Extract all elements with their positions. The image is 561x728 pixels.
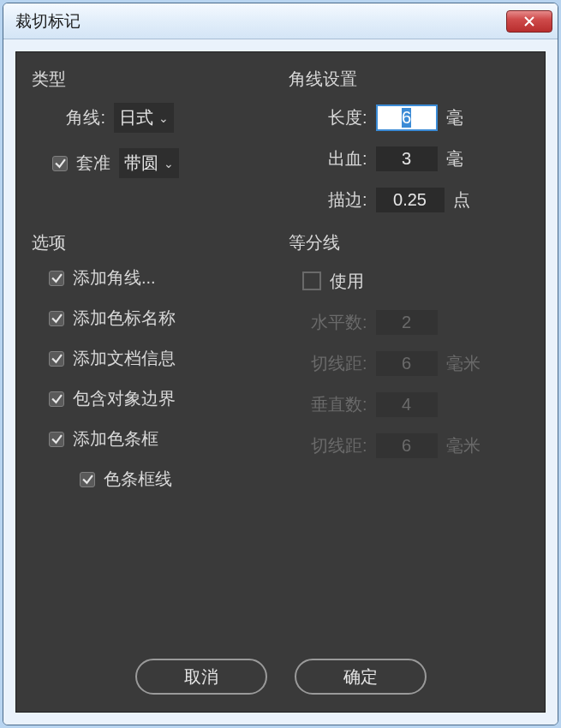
chevron-down-icon: ⌄ — [164, 157, 174, 170]
opt-add-docinfo-checkbox[interactable] — [49, 351, 64, 367]
h-gap-label: 切线距: — [289, 352, 367, 375]
cancel-button[interactable]: 取消 — [135, 659, 267, 695]
length-label: 长度: — [289, 106, 367, 129]
opt-include-bounds-checkbox[interactable] — [49, 391, 64, 407]
h-count-label: 水平数: — [289, 311, 367, 334]
options-title: 选项 — [32, 231, 273, 254]
register-checkbox[interactable] — [52, 156, 68, 171]
opt-add-swatch-name: 添加色标名称 — [32, 307, 273, 330]
h-gap-input — [376, 351, 438, 376]
divide-group: 等分线 使用 水平数: 切线距: 毫米 — [289, 231, 530, 508]
stroke-unit: 点 — [453, 188, 470, 212]
type-group: 类型 角线: 日式 ⌄ — [32, 68, 273, 231]
chevron-down-icon: ⌄ — [158, 111, 169, 125]
dialog-title: 裁切标记 — [15, 10, 506, 33]
opt-colorbar-line: 色条框线 — [32, 468, 273, 491]
check-icon — [51, 313, 63, 324]
close-button[interactable] — [506, 10, 552, 33]
h-gap-unit: 毫米 — [446, 352, 480, 375]
register-label: 套准 — [76, 152, 110, 175]
corner-style-value: 日式 — [119, 106, 153, 129]
register-style-select[interactable]: 带圆 ⌄ — [119, 148, 179, 178]
use-divide-checkbox[interactable] — [302, 272, 321, 290]
stroke-label: 描边: — [289, 188, 367, 212]
upper-columns: 类型 角线: 日式 ⌄ — [32, 68, 529, 231]
length-unit: 毫 — [446, 106, 463, 129]
v-gap-label: 切线距: — [289, 434, 367, 457]
use-divide-label: 使用 — [330, 270, 364, 293]
h-count-input — [376, 310, 438, 335]
opt-include-bounds-label: 包含对象边界 — [73, 387, 176, 410]
v-count-label: 垂直数: — [289, 393, 367, 416]
corner-label: 角线: — [32, 106, 105, 129]
divide-title: 等分线 — [289, 231, 530, 254]
check-icon — [82, 474, 93, 485]
corner-settings-title: 角线设置 — [289, 68, 530, 91]
opt-add-colorbar: 添加色条框 — [32, 427, 273, 451]
opt-add-colorbar-label: 添加色条框 — [73, 427, 158, 451]
corner-settings-group: 角线设置 长度: 毫 出血: 毫 描边: — [289, 68, 530, 231]
v-count-input — [376, 392, 438, 417]
ok-button[interactable]: 确定 — [295, 659, 427, 695]
opt-add-corner: 添加角线... — [32, 266, 273, 289]
opt-add-swatch-name-label: 添加色标名称 — [73, 307, 176, 330]
length-input[interactable] — [376, 104, 438, 131]
footer: 取消 确定 — [32, 652, 529, 695]
v-gap-input — [376, 433, 438, 458]
opt-add-docinfo-label: 添加文档信息 — [73, 347, 176, 370]
content: 类型 角线: 日式 ⌄ — [15, 51, 546, 713]
bleed-unit: 毫 — [446, 147, 463, 170]
opt-add-docinfo: 添加文档信息 — [32, 347, 273, 370]
check-icon — [51, 433, 63, 445]
content-wrap: 类型 角线: 日式 ⌄ — [3, 39, 558, 725]
close-icon — [523, 16, 535, 27]
opt-add-corner-checkbox[interactable] — [49, 271, 64, 286]
lower-columns: 选项 添加角线... 添加色标名称 添加文档信息 — [32, 231, 529, 508]
bleed-label: 出血: — [289, 147, 367, 170]
dialog-window: 裁切标记 类型 角线: 日式 ⌄ — [3, 3, 558, 725]
check-icon — [51, 353, 63, 364]
opt-include-bounds: 包含对象边界 — [32, 387, 273, 410]
divide-disabled-block: 水平数: 切线距: 毫米 垂直数: 切线距 — [289, 307, 530, 460]
options-group: 选项 添加角线... 添加色标名称 添加文档信息 — [32, 231, 273, 508]
check-icon — [51, 272, 63, 283]
opt-add-corner-label: 添加角线... — [73, 266, 156, 289]
check-icon — [55, 158, 66, 169]
titlebar: 裁切标记 — [3, 3, 558, 39]
corner-style-select[interactable]: 日式 ⌄ — [114, 103, 174, 133]
bleed-input[interactable] — [376, 146, 438, 171]
opt-add-colorbar-checkbox[interactable] — [49, 432, 64, 447]
opt-colorbar-line-checkbox[interactable] — [80, 472, 95, 487]
opt-colorbar-line-label: 色条框线 — [104, 468, 172, 491]
register-style-value: 带圆 — [124, 152, 158, 175]
v-gap-unit: 毫米 — [446, 434, 480, 457]
type-group-title: 类型 — [32, 68, 273, 91]
opt-add-swatch-name-checkbox[interactable] — [49, 311, 64, 326]
check-icon — [51, 393, 63, 404]
stroke-input[interactable] — [376, 188, 445, 212]
